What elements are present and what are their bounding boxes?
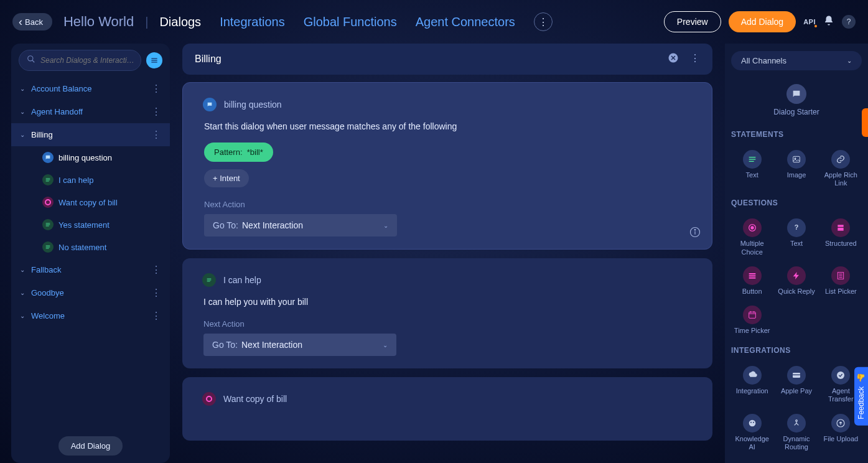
dialog-menu[interactable] bbox=[150, 310, 162, 322]
channel-select[interactable]: All Channels ⌄ bbox=[731, 51, 862, 70]
add-dialog-button[interactable]: Add Dialog bbox=[729, 11, 796, 32]
tab-integrations[interactable]: Integrations bbox=[220, 15, 285, 29]
dialog-menu[interactable] bbox=[150, 264, 162, 276]
text-icon bbox=[42, 174, 54, 185]
info-icon[interactable] bbox=[689, 227, 701, 240]
palette-image[interactable]: Image bbox=[775, 147, 817, 190]
side-drawer-handle[interactable] bbox=[862, 108, 868, 137]
next-action-label: Next Action bbox=[204, 200, 692, 209]
node-want-copy[interactable]: Want copy of bill bbox=[11, 191, 170, 213]
svg-rect-7 bbox=[46, 181, 49, 182]
top-tabs: Dialogs Integrations Global Functions Ag… bbox=[159, 12, 552, 31]
chevron-down-icon bbox=[19, 266, 26, 273]
palette-quick-reply[interactable]: Quick Reply bbox=[775, 264, 817, 298]
dialog-menu[interactable] bbox=[150, 106, 162, 118]
preview-button[interactable]: Preview bbox=[664, 11, 721, 32]
palette-structured[interactable]: Structured bbox=[820, 216, 862, 258]
node-i-can-help[interactable]: I can help bbox=[11, 169, 170, 191]
dialog-tree: Account Balance Agent Handoff Billing bi… bbox=[11, 77, 170, 429]
pattern-chip[interactable]: Pattern: *bill* bbox=[204, 143, 273, 162]
card-name: Want copy of bill bbox=[223, 394, 287, 404]
add-intent-button[interactable]: + Intent bbox=[204, 169, 249, 187]
palette-apple-rich-link[interactable]: Apple Rich Link bbox=[820, 147, 862, 190]
card-billing-question[interactable]: billing question Start this dialog when … bbox=[182, 82, 712, 250]
tab-dialogs[interactable]: Dialogs bbox=[159, 15, 201, 29]
api-icon[interactable]: API bbox=[803, 18, 816, 26]
palette-knowledge-ai[interactable]: Knowledge AI bbox=[731, 411, 773, 454]
svg-rect-23 bbox=[749, 157, 755, 157]
sidebar-toggle[interactable] bbox=[146, 52, 162, 68]
svg-rect-5 bbox=[46, 179, 50, 179]
svg-rect-8 bbox=[46, 223, 50, 224]
chevron-down-icon: ⌄ bbox=[383, 222, 388, 229]
dialog-menu-icon[interactable] bbox=[690, 52, 700, 66]
dialog-welcome[interactable]: Welcome bbox=[11, 304, 170, 327]
tab-global-functions[interactable]: Global Functions bbox=[304, 15, 397, 29]
palette-integration[interactable]: Integration bbox=[731, 363, 773, 406]
palette-text[interactable]: Text bbox=[731, 147, 773, 190]
search-icon bbox=[27, 55, 35, 66]
svg-rect-11 bbox=[46, 246, 50, 246]
svg-rect-34 bbox=[749, 275, 755, 276]
tab-agent-connectors[interactable]: Agent Connectors bbox=[416, 15, 515, 29]
tabs-overflow-menu[interactable] bbox=[534, 12, 553, 31]
palette-apple-pay[interactable]: Apple Pay bbox=[775, 363, 817, 406]
svg-text:?: ? bbox=[795, 224, 799, 232]
dialog-billing[interactable]: Billing bbox=[11, 123, 170, 146]
card-name: billing question bbox=[224, 100, 282, 110]
chevron-down-icon bbox=[19, 131, 26, 138]
feedback-tab[interactable]: Feedback 👍 bbox=[854, 367, 868, 426]
next-action-select[interactable]: Go To: Next Interaction ⌄ bbox=[203, 334, 396, 356]
svg-rect-10 bbox=[46, 226, 49, 227]
node-no-statement[interactable]: No statement bbox=[11, 236, 170, 258]
project-name: Hello World bbox=[63, 14, 134, 30]
chevron-down-icon: ⌄ bbox=[383, 342, 388, 348]
svg-point-50 bbox=[796, 419, 798, 421]
palette-dynamic-routing[interactable]: Dynamic Routing bbox=[775, 411, 817, 454]
dialog-menu[interactable] bbox=[150, 129, 162, 141]
search-box[interactable] bbox=[19, 50, 141, 71]
dialog-fallback[interactable]: Fallback bbox=[11, 258, 170, 281]
section-statements: STATEMENTS bbox=[731, 130, 862, 139]
next-action-select[interactable]: Go To: Next Interaction ⌄ bbox=[204, 214, 397, 236]
node-yes-statement[interactable]: Yes statement bbox=[11, 213, 170, 236]
close-icon[interactable] bbox=[668, 52, 679, 66]
palette-dialog-starter[interactable]: Dialog Starter bbox=[731, 79, 862, 121]
card-intro: Start this dialog when user message matc… bbox=[204, 121, 692, 131]
card-want-copy[interactable]: Want copy of bill bbox=[182, 377, 712, 441]
palette-time-picker[interactable]: Time Picker bbox=[731, 303, 773, 337]
palette-multiple-choice[interactable]: Multiple Choice bbox=[731, 216, 773, 258]
svg-rect-4 bbox=[151, 62, 157, 62]
palette-button[interactable]: Button bbox=[731, 264, 773, 298]
svg-rect-9 bbox=[46, 225, 50, 225]
svg-line-1 bbox=[32, 60, 35, 63]
palette-list-picker[interactable]: List Picker bbox=[820, 264, 862, 298]
help-icon[interactable]: ? bbox=[842, 15, 856, 29]
dialog-goodbye[interactable]: Goodbye bbox=[11, 281, 170, 304]
sidebar-add-dialog[interactable]: Add Dialog bbox=[58, 436, 123, 456]
search-input[interactable] bbox=[40, 56, 133, 65]
dialog-agent-handoff[interactable]: Agent Handoff bbox=[11, 100, 170, 123]
svg-rect-25 bbox=[749, 161, 754, 162]
card-i-can-help[interactable]: I can help I can help you with your bill… bbox=[182, 258, 712, 368]
header-right: Preview Add Dialog API ? bbox=[664, 11, 856, 32]
chevron-down-icon bbox=[19, 85, 26, 92]
section-integrations: INTEGRATIONS bbox=[731, 346, 862, 355]
chevron-left-icon bbox=[19, 16, 22, 27]
node-billing-question[interactable]: billing question bbox=[11, 146, 170, 169]
dialog-menu[interactable] bbox=[150, 83, 162, 95]
svg-point-49 bbox=[753, 421, 754, 423]
header: Back Hello World | Dialogs Integrations … bbox=[0, 0, 868, 44]
back-label: Back bbox=[25, 17, 43, 27]
svg-point-48 bbox=[750, 421, 752, 423]
svg-rect-26 bbox=[793, 156, 800, 162]
svg-rect-2 bbox=[151, 58, 157, 59]
svg-rect-22 bbox=[207, 281, 210, 282]
palette-q-text[interactable]: ?Text bbox=[775, 216, 817, 258]
dialog-menu[interactable] bbox=[150, 287, 162, 299]
back-button[interactable]: Back bbox=[12, 13, 52, 30]
sidebar: Account Balance Agent Handoff Billing bi… bbox=[11, 44, 170, 463]
dialog-account-balance[interactable]: Account Balance bbox=[11, 77, 170, 100]
bell-icon[interactable] bbox=[823, 15, 834, 29]
starter-icon bbox=[203, 98, 217, 111]
